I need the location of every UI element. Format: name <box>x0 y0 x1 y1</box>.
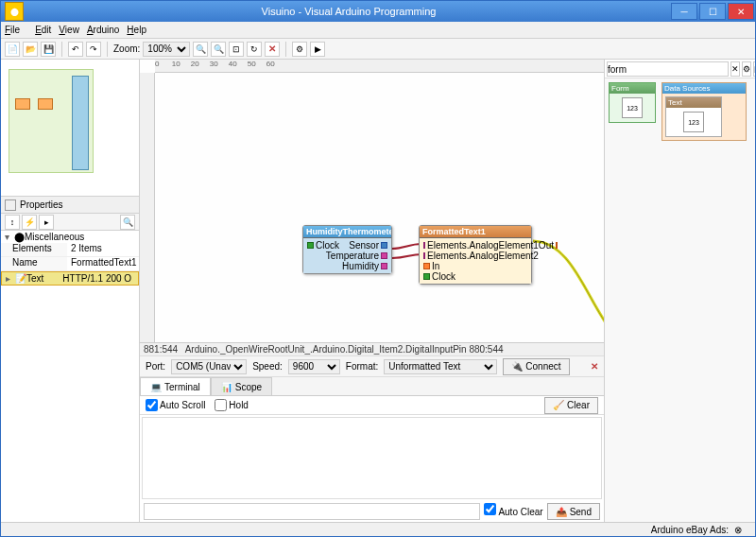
lower-panel: 881:544 Arduino._OpenWireRootUnit_.Ardui… <box>140 342 604 522</box>
open-button[interactable]: 📂 <box>23 42 38 57</box>
undo-button[interactable]: ↶ <box>68 42 83 57</box>
props-filter-button[interactable]: ⚡ <box>22 215 37 230</box>
menu-view[interactable]: View <box>59 25 79 35</box>
tree-miscellaneous[interactable]: ▾⬤ Miscellaneous <box>1 231 139 243</box>
autoscroll-checkbox[interactable]: Auto Scroll <box>146 399 205 411</box>
close-panel-icon[interactable]: ✕ <box>591 361 598 372</box>
prop-text-selected[interactable]: ▸📝 Text HTTP/1.1 200 O <box>1 271 139 286</box>
zoom-fit-button[interactable]: ⊡ <box>229 42 244 57</box>
node-humidity-header: HumidityThermometer1 <box>303 226 391 238</box>
close-ads-icon[interactable]: ⊗ <box>729 525 747 535</box>
send-button[interactable]: 📤 Send <box>547 503 600 520</box>
right-panel: ✕ ⚙ ▤ ▦ Form 123 Data Sources Text 123 <box>604 60 755 522</box>
search-input[interactable] <box>607 61 729 77</box>
maximize-button[interactable]: ☐ <box>699 3 726 20</box>
save-button[interactable]: 💾 <box>41 42 56 57</box>
terminal-input[interactable] <box>144 503 480 520</box>
statusbar: Arduino eBay Ads: ⊗ <box>1 522 755 536</box>
redo-button[interactable]: ↷ <box>86 42 101 57</box>
menu-help[interactable]: Help <box>127 25 146 35</box>
window-title: Visuino - Visual Arduino Programming <box>27 6 670 17</box>
search-clear-icon[interactable]: ✕ <box>730 61 740 77</box>
props-search-button[interactable]: 🔍 <box>120 215 135 230</box>
text-icon: 123 <box>683 112 704 132</box>
delete-button[interactable]: ✕ <box>265 42 280 57</box>
port-select[interactable]: COM5 (Unava <box>171 359 247 374</box>
overview-thumbnail[interactable] <box>1 60 139 197</box>
new-button[interactable]: 📄 <box>5 42 20 57</box>
form-icon: 123 <box>622 97 643 118</box>
terminal-options: Auto Scroll Hold 🧹 Clear <box>140 396 604 415</box>
status-line: 881:544 Arduino._OpenWireRootUnit_.Ardui… <box>140 343 604 356</box>
properties-icon <box>5 199 16 211</box>
component-search-bar: ✕ ⚙ ▤ ▦ <box>605 60 755 78</box>
node-formatted-header: FormattedText1 <box>420 226 531 238</box>
port-label: Port: <box>146 361 165 372</box>
speed-select[interactable]: 9600 <box>288 359 340 374</box>
zoom-label: Zoom: <box>113 43 140 54</box>
ruler-vertical <box>140 73 155 342</box>
zoom-in-button[interactable]: 🔍 <box>193 42 208 57</box>
terminal-tabs: 💻 Terminal 📊 Scope <box>140 377 604 396</box>
zoom-select[interactable]: 100% <box>143 42 190 57</box>
hold-checkbox[interactable]: Hold <box>215 399 249 411</box>
refresh-button[interactable]: ↻ <box>247 42 262 57</box>
properties-toolbar: ↕ ⚡ ▸ 🔍 <box>1 214 139 231</box>
component-palette: Form 123 Data Sources Text 123 <box>605 78 755 522</box>
format-label: Format: <box>346 361 378 372</box>
props-expand-button[interactable]: ▸ <box>39 215 54 230</box>
menu-file[interactable]: File <box>5 25 27 35</box>
terminal-output[interactable] <box>142 417 602 499</box>
tab-terminal[interactable]: 💻 Terminal <box>140 377 211 395</box>
tab-scope[interactable]: 📊 Scope <box>211 377 272 395</box>
prop-elements[interactable]: Elements 2 Items <box>1 243 139 257</box>
properties-header: Properties <box>1 197 139 214</box>
prop-name[interactable]: Name FormattedText1 <box>1 257 139 271</box>
minimize-button[interactable]: ─ <box>671 3 697 20</box>
zoom-out-button[interactable]: 🔍 <box>211 42 226 57</box>
palette-item-form[interactable]: Form 123 <box>609 82 656 123</box>
titlebar: ⬤ Visuino - Visual Arduino Programming ─… <box>1 1 755 22</box>
properties-body: ▾⬤ Miscellaneous Elements 2 Items Name F… <box>1 231 139 522</box>
app-icon: ⬤ <box>5 2 24 21</box>
menu-arduino[interactable]: Arduino <box>87 25 119 35</box>
design-canvas[interactable]: 0 10 20 30 40 50 60 HumidityThermometer1… <box>140 60 604 342</box>
toolbar: 📄 📂 💾 ↶ ↷ Zoom: 100% 🔍 🔍 ⊡ ↻ ✕ ⚙ ▶ <box>1 39 755 60</box>
node-humidity-thermometer[interactable]: HumidityThermometer1 ClockSensor Tempera… <box>302 225 392 274</box>
ads-label: Arduino eBay Ads: <box>651 525 729 535</box>
port-bar: Port: COM5 (Unava Speed: 9600 Format: Un… <box>140 356 604 377</box>
ruler-horizontal: 0 10 20 30 40 50 60 <box>155 60 604 73</box>
menu-edit[interactable]: Edit <box>35 25 51 35</box>
palette-group-datasources[interactable]: Data Sources Text 123 <box>662 82 747 141</box>
terminal-input-row: Auto Clear 📤 Send <box>140 501 604 522</box>
autoclear-checkbox[interactable]: Auto Clear <box>484 503 542 520</box>
settings-button[interactable]: ⚙ <box>292 42 307 57</box>
search-filter1-icon[interactable]: ⚙ <box>742 61 751 77</box>
upload-button[interactable]: ▶ <box>310 42 325 57</box>
clear-button[interactable]: 🧹 Clear <box>544 397 598 414</box>
close-button[interactable]: ✕ <box>728 3 754 20</box>
menubar: File Edit View Arduino Help <box>1 22 755 39</box>
connect-button[interactable]: 🔌 Connect <box>503 358 569 375</box>
format-select[interactable]: Unformatted Text <box>384 359 497 374</box>
speed-label: Speed: <box>252 361 283 372</box>
node-formatted-text[interactable]: FormattedText1 Elements.AnalogElement1Ou… <box>419 225 532 285</box>
left-panel: Properties ↕ ⚡ ▸ 🔍 ▾⬤ Miscellaneous Elem… <box>1 60 140 522</box>
props-sort-button[interactable]: ↕ <box>5 215 20 230</box>
properties-title: Properties <box>20 199 63 210</box>
